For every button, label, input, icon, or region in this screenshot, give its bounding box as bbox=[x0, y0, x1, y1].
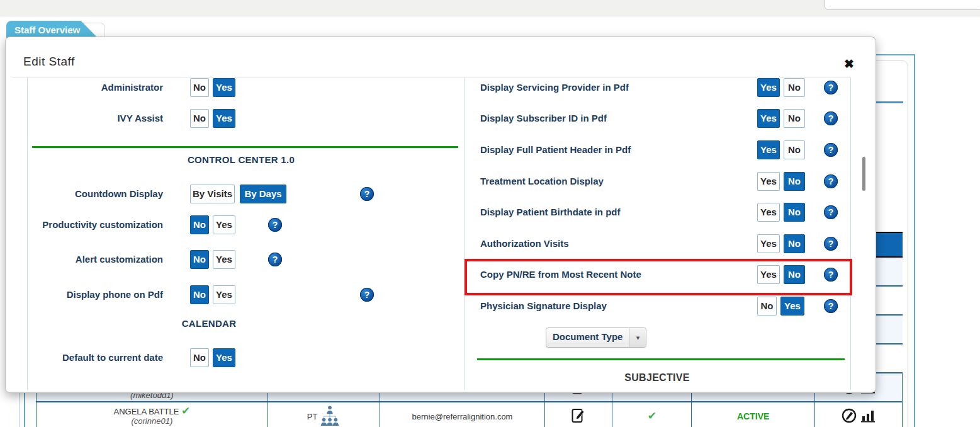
row-label: Copy PN/RE from Most Recent Note bbox=[480, 265, 641, 284]
row-treatment-location-display: Treatment Location Display Yes No ? bbox=[464, 172, 850, 191]
section-subjective: SUBJECTIVE bbox=[464, 372, 850, 384]
countdown-by-days-button[interactable]: By Days bbox=[240, 185, 286, 203]
servicing-provider-yes-button[interactable]: Yes bbox=[757, 78, 780, 97]
section-divider bbox=[477, 358, 845, 360]
physician-signature-no-button[interactable]: No bbox=[757, 297, 777, 316]
row-display-patient-birthdate: Display Patient Birthdate in pdf Yes No … bbox=[464, 203, 850, 222]
copy-pnre-yes-button[interactable]: Yes bbox=[757, 265, 780, 284]
patient-birthdate-yes-button[interactable]: Yes bbox=[757, 203, 780, 222]
staff-role: PT bbox=[307, 412, 318, 421]
status-badge: ACTIVE bbox=[737, 411, 769, 421]
staff-overview-page: Staff Overview (miketodd1) bbox=[0, 0, 980, 427]
modal-scrollbar-thumb[interactable] bbox=[862, 157, 865, 191]
row-display-servicing-provider: Display Servicing Provider in Pdf Yes No… bbox=[464, 78, 850, 97]
question-icon[interactable]: ? bbox=[268, 218, 282, 232]
row-label: Alert customization bbox=[27, 250, 163, 269]
row-productivity-customization: Productivity customization No Yes ? bbox=[27, 215, 464, 234]
ivy-assist-yes-button[interactable]: Yes bbox=[213, 109, 235, 128]
productivity-no-button[interactable]: No bbox=[190, 215, 209, 234]
page-title: Edit Staff bbox=[23, 55, 75, 69]
row-label: Display Servicing Provider in Pdf bbox=[480, 78, 629, 97]
default-date-yes-button[interactable]: Yes bbox=[213, 348, 235, 367]
row-label: Display phone on Pdf bbox=[27, 285, 163, 304]
row-alert-customization: Alert customization No Yes ? bbox=[27, 250, 464, 269]
question-icon[interactable]: ? bbox=[824, 268, 838, 282]
patient-header-yes-button[interactable]: Yes bbox=[757, 140, 780, 159]
row-label: Countdown Display bbox=[27, 185, 163, 203]
row-label: Display Patient Birthdate in pdf bbox=[480, 203, 621, 222]
authorization-visits-yes-button[interactable]: Yes bbox=[757, 234, 780, 253]
row-physician-signature-display: Physician Signature Display No Yes ? bbox=[464, 297, 850, 316]
question-icon[interactable]: ? bbox=[824, 143, 838, 157]
content-border-right bbox=[850, 77, 851, 390]
row-display-phone-pdf: Display phone on Pdf No Yes ? bbox=[27, 285, 464, 304]
staff-username: (corinne01) bbox=[131, 416, 172, 426]
row-administrator: Administrator No Yes bbox=[27, 78, 464, 97]
row-label: Display Subscriber ID in Pdf bbox=[480, 109, 607, 128]
question-icon[interactable]: ? bbox=[268, 253, 282, 266]
alert-no-button[interactable]: No bbox=[190, 250, 209, 269]
staff-email: bernie@referralignition.com bbox=[412, 412, 513, 421]
administrator-yes-button[interactable]: Yes bbox=[213, 78, 235, 97]
row-display-subscriber-id: Display Subscriber ID in Pdf Yes No ? bbox=[464, 109, 850, 128]
question-icon[interactable]: ? bbox=[824, 174, 838, 188]
check-icon: ✔ bbox=[181, 405, 190, 417]
document-type-label: Document Type bbox=[546, 328, 629, 347]
authorization-visits-no-button[interactable]: No bbox=[784, 234, 805, 253]
row-label: Authorization Visits bbox=[480, 234, 569, 253]
row-label: Physician Signature Display bbox=[480, 297, 607, 316]
productivity-yes-button[interactable]: Yes bbox=[213, 215, 235, 234]
subscriber-id-no-button[interactable]: No bbox=[784, 109, 805, 128]
top-right-search-box[interactable] bbox=[825, 0, 980, 10]
row-default-current-date: Default to current date No Yes bbox=[27, 348, 464, 367]
close-icon[interactable]: ✖ bbox=[844, 57, 854, 71]
row-label: IVY Assist bbox=[27, 109, 163, 128]
question-icon[interactable]: ? bbox=[360, 187, 374, 201]
background-underline bbox=[873, 101, 903, 103]
document-type-dropdown[interactable]: Document Type ▾ bbox=[546, 327, 646, 348]
row-ivy-assist: IVY Assist No Yes bbox=[27, 109, 464, 128]
row-display-full-patient-header: Display Full Patient Header in Pdf Yes N… bbox=[464, 140, 850, 159]
servicing-provider-no-button[interactable]: No bbox=[784, 78, 805, 97]
question-icon[interactable]: ? bbox=[824, 111, 838, 125]
physician-signature-yes-button[interactable]: Yes bbox=[780, 297, 804, 316]
row-countdown-display: Countdown Display By Visits By Days ? bbox=[27, 185, 464, 203]
table-row-angela-battle[interactable]: ANGELA BATTLE ✔ (corinne01) PT bernie@re… bbox=[37, 402, 903, 427]
question-icon[interactable]: ? bbox=[824, 81, 838, 94]
patient-header-no-button[interactable]: No bbox=[784, 140, 805, 159]
row-label: Administrator bbox=[27, 78, 163, 97]
section-control-center: CONTROL CENTER 1.0 bbox=[27, 154, 455, 165]
staff-name: ANGELA BATTLE bbox=[114, 407, 179, 416]
row-label: Productivity customization bbox=[27, 215, 163, 234]
treatment-location-yes-button[interactable]: Yes bbox=[757, 172, 780, 191]
section-divider bbox=[32, 146, 458, 148]
bar-chart-icon[interactable] bbox=[861, 409, 876, 424]
row-label: Display Full Patient Header in Pdf bbox=[480, 140, 631, 159]
question-icon[interactable]: ? bbox=[824, 299, 838, 313]
org-chart-icon bbox=[320, 405, 340, 427]
check-icon: ✔ bbox=[648, 412, 656, 421]
subscriber-id-yes-button[interactable]: Yes bbox=[757, 109, 780, 128]
chevron-down-icon: ▾ bbox=[629, 328, 646, 347]
patient-birthdate-no-button[interactable]: No bbox=[784, 203, 805, 222]
row-authorization-visits: Authorization Visits Yes No ? bbox=[464, 234, 850, 253]
edit-staff-modal: Edit Staff ✖ Administrator No Yes IVY As… bbox=[5, 37, 876, 393]
copy-pnre-no-button[interactable]: No bbox=[784, 265, 805, 284]
ivy-assist-no-button[interactable]: No bbox=[190, 109, 209, 128]
display-phone-yes-button[interactable]: Yes bbox=[213, 285, 235, 304]
panel-border-top bbox=[872, 54, 915, 55]
panel-border-right bbox=[914, 54, 915, 427]
countdown-by-visits-button[interactable]: By Visits bbox=[190, 185, 235, 203]
section-calendar: CALENDAR bbox=[6, 318, 412, 329]
administrator-no-button[interactable]: No bbox=[190, 78, 209, 97]
note-edit-icon[interactable] bbox=[572, 408, 585, 425]
question-icon[interactable]: ? bbox=[824, 205, 838, 219]
display-phone-no-button[interactable]: No bbox=[190, 285, 209, 304]
row-copy-pnre-recent-note: Copy PN/RE from Most Recent Note Yes No … bbox=[464, 265, 850, 284]
treatment-location-no-button[interactable]: No bbox=[784, 172, 805, 191]
question-icon[interactable]: ? bbox=[360, 288, 374, 302]
alert-yes-button[interactable]: Yes bbox=[213, 250, 235, 269]
circle-edit-icon[interactable] bbox=[842, 408, 857, 425]
question-icon[interactable]: ? bbox=[824, 237, 838, 251]
default-date-no-button[interactable]: No bbox=[190, 348, 209, 367]
